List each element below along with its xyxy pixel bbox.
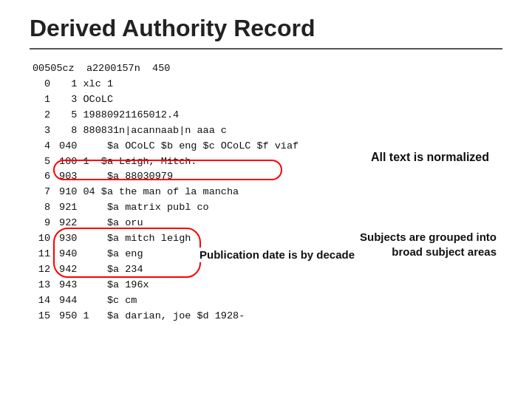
highlight-oval-2 (53, 228, 201, 278)
page: Derived Authority Record 00505cz a220015… (0, 0, 532, 399)
highlight-oval (53, 160, 282, 180)
table-row: 1 3 OCoLC (30, 92, 502, 108)
table-row: 14 944 $c cm (30, 293, 502, 309)
annotation-normalized: All text is normalized (371, 150, 489, 166)
table-row: 0 1 xlc 1 (30, 77, 502, 92)
table-row: 3 8 880831n|acannaab|n aaa c (30, 123, 502, 139)
table-row: 8 921 $a matrix publ co (30, 200, 502, 216)
table-row: 15 950 1 $a darian, joe $d 1928- (30, 309, 502, 324)
annotation-grouped: Subjects are grouped into broad subject … (360, 230, 497, 259)
page-title: Derived Authority Record (30, 15, 502, 50)
record-content: 00505cz a2200157n 450 0 1 xlc 1 1 3 OCoL… (30, 61, 502, 324)
table-row: 7 910 04 $a the man of la mancha (30, 185, 502, 200)
annotation-publication: Publication date is by decade (200, 248, 355, 262)
table-row: 13 943 $a 196x (30, 278, 502, 293)
record-header: 00505cz a2200157n 450 (30, 61, 502, 77)
table-row: 2 5 19880921165012.4 (30, 108, 502, 123)
